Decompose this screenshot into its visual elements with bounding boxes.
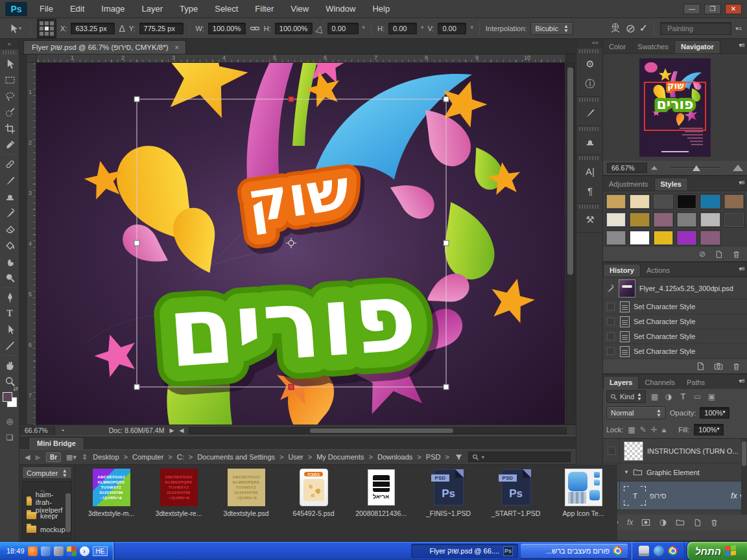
breadcrumb-item[interactable]: User [288, 453, 303, 461]
forward-icon[interactable]: ▶ [35, 453, 40, 461]
folder-item[interactable]: haim-ifrah-pixelperf [23, 495, 71, 509]
tab-channels[interactable]: Channels [639, 377, 680, 389]
restore-button[interactable]: ❐ [704, 4, 721, 14]
tab-history[interactable]: History [603, 264, 641, 277]
style-swatch[interactable] [606, 230, 626, 246]
lock-pixels-icon[interactable]: ✎ [640, 425, 646, 434]
blend-mode-select[interactable]: Normal▲▼ [606, 406, 666, 419]
screen-mode-button[interactable]: ❏ [0, 429, 19, 445]
style-swatch[interactable] [653, 230, 674, 246]
scroll-left-icon[interactable]: ◀ [179, 427, 184, 434]
history-step[interactable]: Set Character Style [603, 314, 747, 329]
delete-layer-icon[interactable] [710, 519, 718, 527]
commit-transform-icon[interactable]: ✓ [639, 22, 648, 34]
layer-row-instructions[interactable]: INSTRUCTIONS (TURN O... [603, 439, 747, 463]
tray-icon[interactable] [28, 546, 38, 556]
link-dimensions-icon[interactable] [250, 23, 260, 34]
history-source-checkbox[interactable] [607, 332, 615, 340]
pen-tool[interactable] [0, 289, 19, 305]
menu-edit[interactable]: Edit [62, 0, 93, 18]
style-swatch[interactable] [676, 212, 697, 228]
clone-source-panel-icon[interactable] [576, 132, 604, 152]
history-brush-tool[interactable] [0, 205, 19, 221]
type-tool[interactable]: T [0, 305, 19, 321]
style-swatch[interactable] [629, 230, 650, 246]
eraser-tool[interactable] [0, 221, 19, 237]
layer-style-fx-icon[interactable]: fx [627, 518, 633, 527]
layer-row-graphic-element[interactable]: ▼ Graphic Element [603, 463, 747, 482]
tab-layers[interactable]: Layers [603, 376, 639, 389]
history-source-checkbox[interactable] [607, 303, 615, 310]
style-swatch[interactable] [700, 212, 720, 228]
view-options-icon[interactable]: ▦▾ [66, 453, 77, 461]
delete-state-icon[interactable] [732, 362, 741, 371]
line-tool[interactable] [0, 338, 19, 354]
width-input[interactable]: 100.00% [208, 23, 246, 34]
paint-bucket-tool[interactable] [0, 237, 19, 253]
task-button-browser[interactable]: פורום מעצבים ברש... [521, 544, 628, 558]
navigator-thumbnail[interactable]: שוק פורים [639, 58, 711, 157]
status-menu-arrow-icon[interactable]: ▶ [169, 427, 174, 434]
clear-style-icon[interactable]: ⊘ [699, 250, 706, 259]
history-snapshot-row[interactable]: Flyer_4.125x5.25_300dpi.psd [603, 277, 747, 299]
file-item[interactable]: PSDPs _FINIS~1.PSD [416, 467, 481, 517]
tab-swatches[interactable]: Swatches [632, 41, 674, 53]
dodge-tool[interactable] [0, 270, 19, 286]
status-adobe-drive-icon[interactable]: ◔ [60, 426, 65, 434]
style-swatch[interactable] [676, 194, 697, 209]
workspace-switcher[interactable]: Painting [660, 22, 731, 35]
panels-collapse-icon[interactable]: «« [576, 39, 602, 48]
zoom-in-icon[interactable] [733, 165, 743, 171]
history-source-checkbox[interactable] [607, 318, 615, 325]
style-swatch[interactable] [653, 194, 674, 209]
tool-presets-panel-icon[interactable]: ⚒ [576, 210, 604, 229]
file-item[interactable]: ABCDEFGHIJKLMNOPQRSTUVWXYZ0123456789~!@#… [147, 467, 211, 517]
style-swatch[interactable] [606, 194, 626, 209]
filter-shape-layers-icon[interactable]: ▭ [692, 392, 703, 401]
history-step[interactable]: Set Character Style [603, 299, 747, 314]
delete-style-icon[interactable] [732, 250, 741, 259]
style-swatch[interactable] [629, 194, 650, 209]
history-step[interactable]: Set Character Style [603, 329, 747, 344]
angle-input[interactable]: 0.00 [327, 23, 359, 34]
brush-presets-panel-icon[interactable] [576, 103, 604, 122]
style-swatch[interactable] [700, 194, 720, 209]
panel-menu-icon[interactable]: ▾≡ [739, 41, 744, 49]
zoom-out-icon[interactable] [651, 166, 658, 170]
character-panel-icon[interactable]: A| [576, 161, 604, 181]
folder-item[interactable]: mockup [23, 522, 71, 536]
sort-icon[interactable]: ⇕ [82, 453, 88, 461]
eyedropper-tool[interactable] [0, 137, 19, 153]
panel-menu-icon[interactable]: ▾≡ [739, 265, 744, 272]
chrome-quick-launch-icon[interactable] [669, 546, 678, 555]
filter-smart-objects-icon[interactable]: ▣ [706, 392, 717, 401]
move-tool[interactable] [0, 56, 19, 72]
tray-icon[interactable] [67, 546, 77, 556]
breadcrumb-item[interactable]: Desktop [93, 453, 119, 461]
file-item[interactable]: ABCDEFGHIJKLMNOPQRSTUVWXYZ0123456789~!@#… [79, 467, 144, 517]
new-group-icon[interactable] [676, 518, 685, 527]
start-button[interactable]: התחל [687, 542, 747, 560]
path-selection-tool[interactable] [0, 321, 19, 338]
visibility-toggle[interactable] [608, 447, 616, 455]
quick-selection-tool[interactable] [0, 104, 19, 121]
file-item[interactable]: App Icon Te... [551, 467, 616, 517]
tab-adjustments[interactable]: Adjustments [603, 178, 654, 191]
document-tab[interactable]: Flyer שוק.psd @ 66.7% (סירופ, CMYK/8*) × [23, 40, 186, 54]
v-skew-input[interactable]: 0.00 [438, 23, 466, 34]
fill-field[interactable]: 100%▾ [694, 424, 724, 436]
lock-transparency-icon[interactable]: ▦ [628, 425, 635, 434]
mini-bridge-tab[interactable]: Mini Bridge [29, 437, 84, 449]
media-player-icon[interactable] [654, 546, 664, 556]
canvas-artwork[interactable]: שוק שוק שוק פורים פורים פורים [36, 63, 565, 425]
new-document-from-state-icon[interactable] [696, 362, 705, 371]
layers-scrollbar[interactable] [741, 439, 747, 515]
file-item[interactable]: אריאל 200808121436... [349, 467, 414, 517]
breadcrumb-item[interactable]: C: [177, 453, 184, 461]
menu-type[interactable]: Type [171, 0, 206, 18]
height-input[interactable]: 100.00% [275, 23, 313, 34]
breadcrumb-item[interactable]: PSD [426, 453, 441, 461]
quick-mask-button[interactable]: ◎ [0, 413, 19, 429]
layer-filter-kind-select[interactable]: Kind▲▼ [606, 390, 646, 403]
lock-position-icon[interactable]: ✛ [651, 425, 658, 434]
